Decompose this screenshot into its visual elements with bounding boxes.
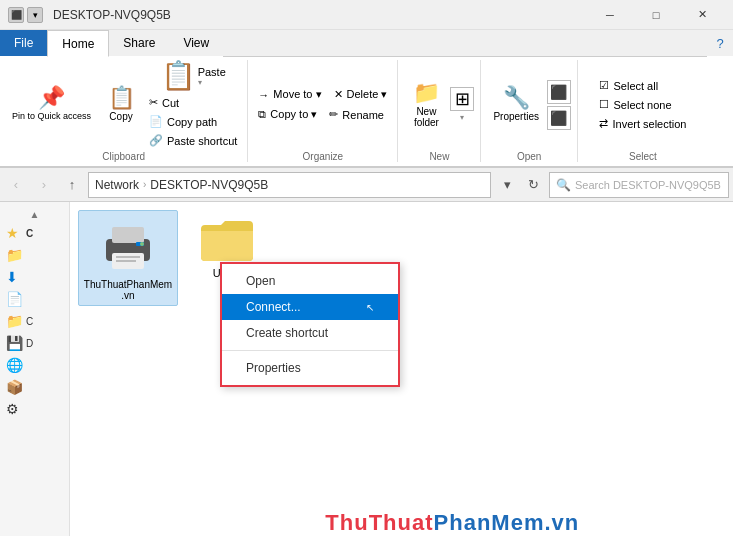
refresh-button[interactable]: ↻ — [521, 173, 545, 197]
address-path[interactable]: Network › DESKTOP-NVQ9Q5B — [88, 172, 491, 198]
sidebar: ▲ ★ C 📁 ⬇ 📄 📁 C 💾 D 🌐 📦 ⚙ ▼ — [0, 202, 70, 536]
rename-button[interactable]: ✏ Rename — [325, 106, 388, 123]
sidebar-label-c2: C — [26, 316, 33, 327]
group-new: 📁 Newfolder ⊞ ▾ New — [398, 60, 481, 162]
properties-label: Properties — [493, 111, 539, 122]
maximize-button[interactable]: □ — [633, 0, 679, 30]
properties-button[interactable]: 🔧 Properties — [487, 85, 545, 124]
sidebar-label-c1: C — [26, 228, 33, 239]
new-buttons: 📁 Newfolder ⊞ ▾ — [404, 60, 474, 149]
sidebar-item-circle[interactable]: ⚙ — [0, 398, 69, 420]
cursor-indicator: ↖ — [366, 302, 374, 313]
circle-icon: ⚙ — [6, 401, 22, 417]
select-all-label: Select all — [613, 80, 658, 92]
help-button[interactable]: ? — [707, 30, 733, 56]
paste-dropdown[interactable]: ▾ — [198, 78, 226, 87]
copy-path-button[interactable]: 📄 Copy path — [145, 113, 241, 130]
select-label: Select — [629, 151, 657, 162]
svg-rect-3 — [116, 256, 140, 258]
organize-label: Organize — [303, 151, 344, 162]
watermark-thuat: Thuat — [369, 510, 434, 535]
address-bar: ‹ › ↑ Network › DESKTOP-NVQ9Q5B ▾ ↻ 🔍 Se… — [0, 168, 733, 202]
sidebar-item-blue1[interactable]: 📁 — [0, 244, 69, 266]
sidebar-item-star[interactable]: ★ C — [0, 222, 69, 244]
window-title: DESKTOP-NVQ9Q5B — [53, 8, 171, 22]
delete-button[interactable]: ✕ Delete ▾ — [330, 86, 392, 103]
title-icon-2: ▾ — [27, 7, 43, 23]
open-dropdown2[interactable]: ⬛ — [547, 106, 571, 130]
copy-button[interactable]: 📋 Copy — [99, 85, 143, 124]
paste-button[interactable]: 📋 Paste ▾ — [145, 60, 241, 92]
content-area: ThuThuatPhanMem.vn Users Open Connect...… — [70, 202, 733, 536]
group-open: 🔧 Properties ⬛ ⬛ Open — [481, 60, 578, 162]
new-folder-button[interactable]: 📁 Newfolder — [404, 80, 448, 130]
new-item-button[interactable]: ⊞ — [450, 87, 474, 111]
context-menu-create-shortcut[interactable]: Create shortcut — [222, 320, 398, 346]
select-all-icon: ☑ — [599, 79, 609, 92]
context-menu-connect[interactable]: Connect... ↖ — [222, 294, 398, 320]
watermark-vn: .vn — [544, 510, 579, 535]
close-button[interactable]: ✕ — [679, 0, 725, 30]
new-dropdown[interactable]: ▾ — [450, 113, 474, 122]
group-clipboard: 📌 Pin to Quick access 📋 Copy 📋 Paste ▾ — [0, 60, 248, 162]
paste-shortcut-button[interactable]: 🔗 Paste shortcut — [145, 132, 241, 149]
clipboard-label: Clipboard — [102, 151, 145, 162]
download-icon: ⬇ — [6, 269, 22, 285]
path-desktop[interactable]: DESKTOP-NVQ9Q5B — [150, 178, 268, 192]
tab-file[interactable]: File — [0, 30, 47, 56]
paste-icon: 📋 — [161, 62, 196, 90]
rename-icon: ✏ — [329, 108, 338, 121]
cut-button[interactable]: ✂ Cut — [145, 94, 241, 111]
copy-path-icon: 📄 — [149, 115, 163, 128]
open-label: Open — [517, 151, 541, 162]
brown-icon: 📦 — [6, 379, 22, 395]
blue-folder-icon-2: 📁 — [6, 313, 22, 329]
sidebar-item-green[interactable]: 🌐 — [0, 354, 69, 376]
forward-button[interactable]: › — [32, 173, 56, 197]
copy-to-button[interactable]: ⧉ Copy to ▾ — [254, 106, 321, 123]
back-button[interactable]: ‹ — [4, 173, 28, 197]
paste-shortcut-label: Paste shortcut — [167, 135, 237, 147]
sidebar-item-brown[interactable]: 📦 — [0, 376, 69, 398]
context-menu-properties[interactable]: Properties — [222, 355, 398, 381]
sidebar-scroll-up[interactable]: ▲ — [0, 206, 69, 222]
sidebar-item-doc[interactable]: 📄 — [0, 288, 69, 310]
up-button[interactable]: ↑ — [60, 173, 84, 197]
properties-icon: 🔧 — [503, 87, 530, 109]
minimize-button[interactable]: ─ — [587, 0, 633, 30]
svg-rect-4 — [116, 260, 136, 262]
move-to-button[interactable]: → Move to ▾ — [254, 86, 325, 103]
context-menu-open[interactable]: Open — [222, 268, 398, 294]
title-bar-icons: ⬛ ▾ — [8, 7, 43, 23]
pin-to-quick-access-button[interactable]: 📌 Pin to Quick access — [6, 85, 97, 124]
star-icon: ★ — [6, 225, 22, 241]
paste-shortcut-icon: 🔗 — [149, 134, 163, 147]
select-none-icon: ☐ — [599, 98, 609, 111]
select-none-button[interactable]: ☐ Select none — [595, 96, 675, 113]
cut-label: Cut — [162, 97, 179, 109]
folder-svg — [199, 217, 255, 265]
delete-icon: ✕ — [334, 88, 343, 101]
search-icon: 🔍 — [556, 178, 571, 192]
path-network[interactable]: Network — [95, 178, 139, 192]
sidebar-item-blue2[interactable]: 📁 C — [0, 310, 69, 332]
title-icon-1: ⬛ — [8, 7, 24, 23]
main-area: ▲ ★ C 📁 ⬇ 📄 📁 C 💾 D 🌐 📦 ⚙ ▼ — [0, 202, 733, 536]
ribbon-content: 📌 Pin to Quick access 📋 Copy 📋 Paste ▾ — [0, 56, 733, 167]
select-all-button[interactable]: ☑ Select all — [595, 77, 662, 94]
printer-icon-area — [88, 215, 168, 279]
open-dropdown1[interactable]: ⬛ — [547, 80, 571, 104]
invert-selection-button[interactable]: ⇄ Invert selection — [595, 115, 690, 132]
search-box[interactable]: 🔍 Search DESKTOP-NVQ9Q5B — [549, 172, 729, 198]
sidebar-item-blue3[interactable]: 💾 D — [0, 332, 69, 354]
file-item-printer[interactable]: ThuThuatPhanMem.vn — [78, 210, 178, 306]
address-dropdown[interactable]: ▾ — [495, 173, 519, 197]
context-menu: Open Connect... ↖ Create shortcut Proper… — [220, 262, 400, 387]
group-select: ☑ Select all ☐ Select none ⇄ Invert sele… — [578, 60, 708, 162]
tab-share[interactable]: Share — [109, 30, 169, 56]
new-folder-icon: 📁 — [413, 82, 440, 104]
tab-home[interactable]: Home — [47, 30, 109, 57]
sidebar-item-download[interactable]: ⬇ — [0, 266, 69, 288]
ribbon: File Home Share View ? 📌 Pin to Quick ac… — [0, 30, 733, 168]
tab-view[interactable]: View — [169, 30, 223, 56]
